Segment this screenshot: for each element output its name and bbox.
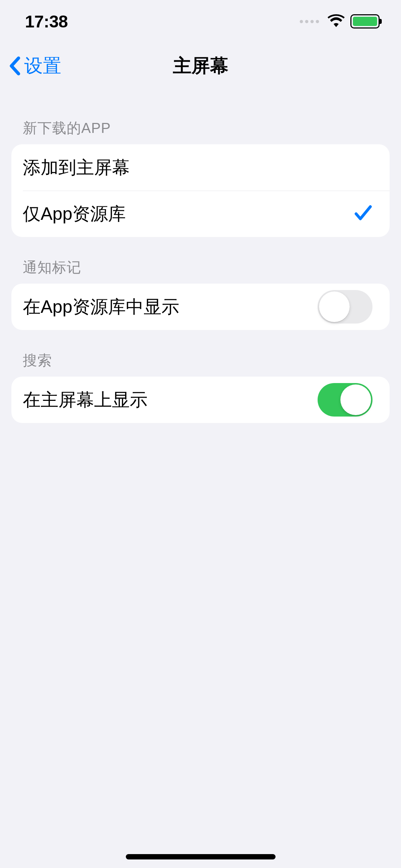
cellular-dots-icon xyxy=(300,20,319,23)
toggle-show-on-home[interactable] xyxy=(318,383,372,417)
option-add-to-home[interactable]: 添加到主屏幕 xyxy=(11,144,390,191)
list-group: 添加到主屏幕 仅App资源库 xyxy=(11,144,390,237)
battery-icon xyxy=(350,14,380,29)
section-new-apps: 新下载的APP 添加到主屏幕 仅App资源库 xyxy=(0,118,401,237)
list-group: 在App资源库中显示 xyxy=(11,284,390,330)
back-label: 设置 xyxy=(24,53,61,78)
status-right xyxy=(300,14,380,29)
option-app-library-only[interactable]: 仅App资源库 xyxy=(11,191,390,237)
page-title: 主屏幕 xyxy=(173,53,228,78)
wifi-icon xyxy=(328,14,345,29)
status-bar: 17:38 xyxy=(0,0,401,43)
navigation-bar: 设置 主屏幕 xyxy=(0,43,401,89)
section-header: 通知标记 xyxy=(0,258,401,284)
list-group: 在主屏幕上显示 xyxy=(11,377,390,423)
row-label: 在主屏幕上显示 xyxy=(23,388,148,412)
section-header: 新下载的APP xyxy=(0,118,401,144)
section-header: 搜索 xyxy=(0,351,401,377)
status-time: 17:38 xyxy=(25,12,68,31)
row-show-on-home: 在主屏幕上显示 xyxy=(11,377,390,423)
row-label: 仅App资源库 xyxy=(23,202,126,226)
chevron-left-icon xyxy=(9,56,21,76)
row-show-in-app-library: 在App资源库中显示 xyxy=(11,284,390,330)
row-label: 添加到主屏幕 xyxy=(23,156,130,180)
section-search: 搜索 在主屏幕上显示 xyxy=(0,351,401,423)
back-button[interactable]: 设置 xyxy=(9,53,61,78)
row-label: 在App资源库中显示 xyxy=(23,295,179,319)
checkmark-icon xyxy=(354,205,372,223)
section-notification-badges: 通知标记 在App资源库中显示 xyxy=(0,258,401,330)
home-indicator[interactable] xyxy=(126,854,276,859)
toggle-show-in-app-library[interactable] xyxy=(318,290,372,324)
